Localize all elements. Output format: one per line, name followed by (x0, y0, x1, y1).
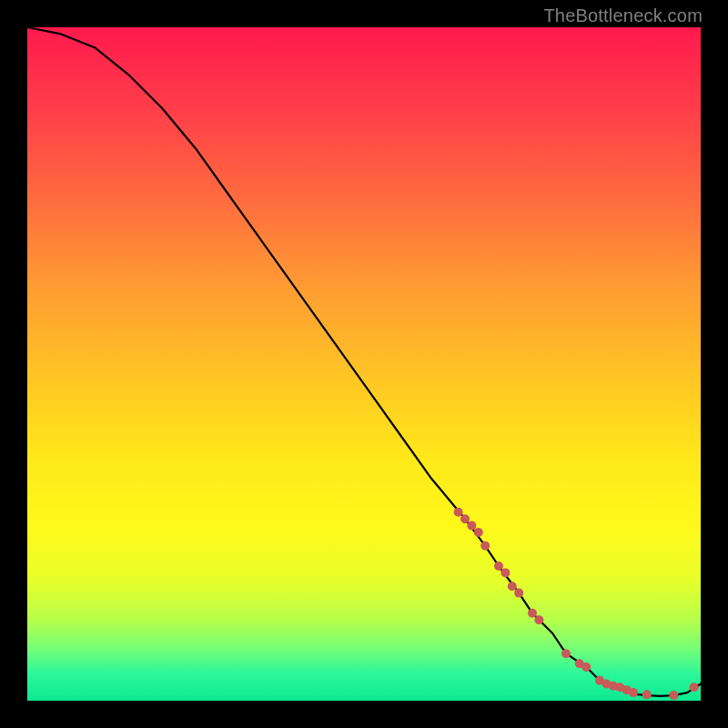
highlight-point (642, 690, 652, 699)
watermark-text: TheBottleneck.com (543, 5, 703, 26)
chart-frame: TheBottleneck.com (0, 0, 728, 728)
highlight-point (561, 649, 571, 658)
highlight-point (460, 514, 470, 523)
highlight-point (669, 691, 678, 700)
highlight-points-group (454, 508, 699, 700)
bottleneck-curve-path (27, 27, 701, 696)
highlight-point (508, 581, 517, 591)
highlight-point (534, 615, 543, 624)
highlight-point (480, 541, 490, 551)
highlight-point (454, 508, 463, 517)
highlight-point (514, 589, 523, 598)
chart-svg (27, 27, 701, 701)
highlight-point (581, 662, 591, 672)
highlight-point (474, 528, 483, 537)
highlight-point (494, 561, 503, 571)
highlight-point (629, 688, 638, 697)
highlight-point (467, 521, 476, 531)
highlight-point (528, 609, 537, 618)
plot-area (27, 27, 701, 701)
highlight-point (500, 568, 510, 577)
highlight-point (690, 682, 699, 692)
